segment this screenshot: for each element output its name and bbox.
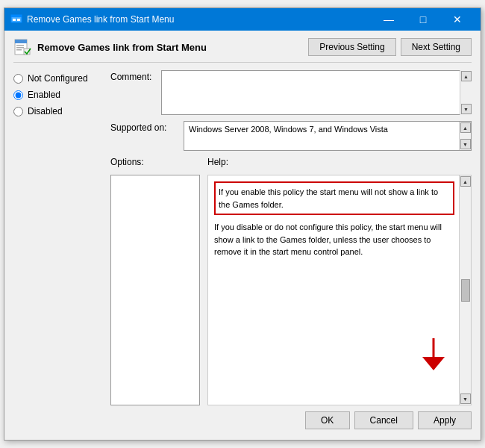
help-outer: If you enable this policy the start menu… bbox=[207, 175, 472, 405]
header-title: Remove Games link from Start Menu bbox=[13, 38, 207, 56]
comment-scroll-up[interactable]: ▲ bbox=[461, 71, 472, 81]
help-scrollbar: ▲ ▼ bbox=[459, 175, 471, 405]
svg-rect-5 bbox=[15, 40, 27, 43]
help-para2-box: If you disable or do not configure this … bbox=[214, 221, 454, 258]
svg-rect-1 bbox=[11, 15, 22, 17]
disabled-option[interactable]: Disabled bbox=[13, 103, 103, 119]
disabled-radio[interactable] bbox=[13, 107, 23, 116]
title-bar: Remove Games link from Start Menu — □ ✕ bbox=[4, 8, 481, 31]
comment-section: Comment: ▲ ▼ bbox=[110, 70, 472, 115]
options-label-wrap: Options: bbox=[110, 157, 200, 167]
not-configured-radio[interactable] bbox=[13, 74, 23, 84]
main-body: Not Configured Enabled Disabled bbox=[13, 70, 472, 405]
help-content: If you enable this policy the start menu… bbox=[208, 175, 471, 405]
options-box bbox=[110, 175, 200, 405]
comment-scroll-down[interactable]: ▼ bbox=[461, 104, 472, 114]
not-configured-option[interactable]: Not Configured bbox=[13, 70, 103, 87]
help-scroll-thumb[interactable] bbox=[461, 279, 470, 302]
previous-setting-button[interactable]: Previous Setting bbox=[308, 38, 395, 56]
help-para2: If you disable or do not configure this … bbox=[214, 223, 442, 256]
svg-rect-6 bbox=[16, 45, 24, 46]
down-arrow-icon bbox=[419, 335, 448, 372]
ok-button[interactable]: OK bbox=[305, 411, 350, 429]
policy-icon bbox=[13, 38, 31, 56]
help-panel: If you enable this policy the start menu… bbox=[207, 175, 472, 405]
close-button[interactable]: ✕ bbox=[440, 8, 475, 31]
options-panel bbox=[110, 175, 200, 405]
svg-rect-2 bbox=[13, 19, 16, 21]
comment-label: Comment: bbox=[110, 70, 155, 82]
left-panel: Not Configured Enabled Disabled bbox=[13, 70, 103, 405]
svg-rect-8 bbox=[16, 49, 22, 51]
help-label: Help: bbox=[207, 157, 228, 167]
title-text: Remove Games link from Start Menu bbox=[27, 14, 174, 25]
not-configured-label[interactable]: Not Configured bbox=[28, 73, 88, 84]
main-window: Remove Games link from Start Menu — □ ✕ bbox=[4, 7, 481, 441]
minimize-button[interactable]: — bbox=[372, 8, 406, 31]
section-labels: Options: Help: bbox=[110, 157, 472, 167]
help-scroll-up[interactable]: ▲ bbox=[460, 176, 471, 187]
bottom-panels: If you enable this policy the start menu… bbox=[110, 175, 472, 405]
help-scroll-down[interactable]: ▼ bbox=[460, 393, 471, 404]
header-title-text: Remove Games link from Start Menu bbox=[37, 42, 207, 53]
help-label-wrap: Help: bbox=[207, 157, 472, 167]
apply-button[interactable]: Apply bbox=[418, 411, 472, 429]
maximize-button[interactable]: □ bbox=[406, 8, 440, 31]
enabled-radio[interactable] bbox=[13, 90, 23, 100]
supported-scroll-up[interactable]: ▲ bbox=[460, 122, 471, 133]
svg-rect-3 bbox=[17, 19, 20, 21]
help-scroll-track bbox=[461, 187, 470, 393]
comment-scrollbar: ▲ ▼ bbox=[460, 70, 472, 115]
cancel-button[interactable]: Cancel bbox=[354, 411, 413, 429]
comment-textarea[interactable] bbox=[161, 70, 472, 115]
disabled-label[interactable]: Disabled bbox=[28, 106, 63, 116]
options-label: Options: bbox=[110, 157, 144, 167]
window-icon bbox=[10, 13, 22, 25]
enabled-option[interactable]: Enabled bbox=[13, 87, 103, 103]
help-arrow-container bbox=[419, 335, 448, 376]
help-para1-box: If you enable this policy the start menu… bbox=[214, 181, 454, 215]
supported-label: Supported on: bbox=[110, 121, 178, 133]
footer-row: OK Cancel Apply bbox=[13, 405, 472, 432]
header-row: Remove Games link from Start Menu Previo… bbox=[13, 38, 472, 63]
right-panel: Comment: ▲ ▼ Supported on: Windows Serve… bbox=[110, 70, 472, 405]
svg-rect-7 bbox=[16, 47, 24, 49]
window-content: Remove Games link from Start Menu Previo… bbox=[4, 31, 481, 440]
supported-scroll-down[interactable]: ▼ bbox=[460, 139, 471, 149]
next-setting-button[interactable]: Next Setting bbox=[401, 38, 472, 56]
enabled-label[interactable]: Enabled bbox=[28, 90, 60, 100]
supported-text: Windows Server 2008, Windows 7, and Wind… bbox=[184, 122, 471, 137]
supported-section: Supported on: Windows Server 2008, Windo… bbox=[110, 121, 472, 151]
title-bar-left: Remove Games link from Start Menu bbox=[10, 13, 174, 25]
header-buttons: Previous Setting Next Setting bbox=[308, 38, 472, 56]
svg-marker-12 bbox=[422, 357, 445, 370]
supported-scrollbar: ▲ ▼ bbox=[459, 122, 471, 150]
help-para1: If you enable this policy the start menu… bbox=[219, 187, 438, 209]
title-controls: — □ ✕ bbox=[372, 8, 475, 31]
